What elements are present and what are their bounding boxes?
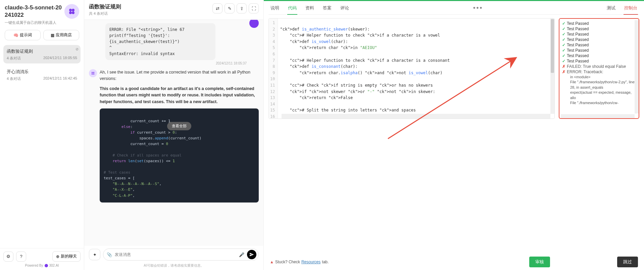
edit-button[interactable]: ✎ <box>225 3 235 13</box>
message-input-container: 📎 🎤 <box>103 249 259 261</box>
chat-subtitle: 共 4 条对话 <box>89 11 210 16</box>
mic-icon[interactable]: 🎤 <box>239 252 244 257</box>
svg-point-3 <box>72 11 75 14</box>
more-menu[interactable]: ●●● <box>473 5 483 13</box>
user-avatar-icon <box>249 20 259 28</box>
powered-by: Powered By 302.AI <box>3 264 81 267</box>
editor-hscrollbar[interactable] <box>282 114 550 119</box>
user-message: ERROR: File "<string>", line 67 print(f"… <box>89 23 259 65</box>
svg-point-7 <box>92 74 93 75</box>
svg-point-6 <box>93 72 95 73</box>
send-button[interactable] <box>247 250 256 259</box>
disclaimer: AI可能会犯错误，请考虑核实重要信息。 <box>84 262 263 270</box>
chat-title: 函数验证规则 <box>89 3 210 10</box>
plus-icon: ⊕ <box>56 254 59 259</box>
pencil-icon: ✎ <box>228 6 232 11</box>
resources-link[interactable]: Resources <box>301 260 320 264</box>
wand-icon: ✦ <box>93 252 97 257</box>
stuck-hint: ▲ Stuck? Check Resources tab. <box>270 260 329 264</box>
editor-vscrollbar[interactable] <box>550 18 554 114</box>
new-chat-button[interactable]: ⊕ 新的聊天 <box>52 251 81 262</box>
question-icon: ? <box>20 254 22 259</box>
svg-point-1 <box>72 9 75 11</box>
tab-comments[interactable]: 评论 <box>340 4 350 14</box>
app-store-button[interactable]: ▦ 应用商店 <box>43 30 79 40</box>
view-all-button[interactable]: 查看全部 <box>167 122 191 130</box>
send-icon <box>249 252 254 257</box>
brain-icon: 🧠 <box>13 33 18 38</box>
line-numbers: 12345678910111213141516 <box>269 18 278 119</box>
expand-icon: ⛶ <box>252 6 256 11</box>
svg-point-2 <box>69 11 72 14</box>
skip-button[interactable]: 跳过 <box>617 257 638 267</box>
swap-icon: ⇄ <box>216 6 219 11</box>
help-button[interactable]: ? <box>16 252 26 262</box>
share-button[interactable]: ⇪ <box>237 3 247 13</box>
share-icon: ⇪ <box>240 6 244 11</box>
sidebar: claude-3-5-sonnet-20241022 一键生成属于自己的聊天机器… <box>0 0 84 270</box>
chat-list: ⊘ 函数验证规则 4 条对话 2024/12/11 18:05:55 开心消消乐… <box>0 44 84 248</box>
tab-resources[interactable]: 资料 <box>305 4 315 14</box>
gear-icon: ⚙ <box>6 254 10 259</box>
tab-code[interactable]: 代码 <box>287 4 297 14</box>
swap-button[interactable]: ⇄ <box>212 3 222 13</box>
magic-button[interactable]: ✦ <box>89 249 100 260</box>
svg-point-8 <box>93 74 95 75</box>
tab-test[interactable]: 测试 <box>606 4 616 14</box>
close-icon[interactable]: ⊘ <box>76 47 79 51</box>
settings-button[interactable]: ⚙ <box>3 252 13 262</box>
chat-panel: 函数验证规则 共 4 条对话 ⇄ ✎ ⇪ ⛶ ERROR: File "<str… <box>84 0 264 270</box>
review-button[interactable]: 审核 <box>529 257 550 267</box>
assistant-text: This code is a good candidate for an art… <box>100 86 259 105</box>
brand-icon <box>45 264 48 267</box>
results-vscrollbar[interactable] <box>635 20 639 114</box>
bot-avatar-icon <box>64 4 79 19</box>
tab-console[interactable]: 控制台 <box>624 4 638 14</box>
ide-panel: 说明 代码 资料 答案 评论 ●●● 测试 控制台 12345678910111… <box>264 0 644 270</box>
chat-messages[interactable]: ERROR: File "<string>", line 67 print(f"… <box>84 20 263 246</box>
code-preview: 查看全部 current_count += 1 else: if current… <box>100 108 259 203</box>
svg-point-5 <box>92 72 93 73</box>
assistant-message: Ah, I see the issue. Let me provide a co… <box>89 69 259 203</box>
svg-point-0 <box>69 9 72 11</box>
warning-icon: ▲ <box>270 260 274 264</box>
bot-name: claude-3-5-sonnet-20241022 <box>5 4 64 19</box>
code-editor[interactable]: 12345678910111213141516 "ck">def is_auth… <box>268 18 555 119</box>
code-content[interactable]: "ck">def is_authentic_skewer(skewer): "c… <box>278 18 554 119</box>
test-results: ✓Test Passed✓Test Passed✓Test Passed✓Tes… <box>559 18 639 119</box>
expand-button[interactable]: ⛶ <box>249 3 259 13</box>
results-hscrollbar[interactable] <box>561 114 635 118</box>
svg-point-4 <box>45 264 48 267</box>
ide-tabs: 说明 代码 资料 答案 评论 ●●● 测试 控制台 <box>268 1 639 15</box>
message-input[interactable] <box>115 252 236 257</box>
bot-tagline: 一键生成属于自己的聊天机器人 <box>5 20 64 25</box>
chat-list-item[interactable]: ⊘ 函数验证规则 4 条对话 2024/12/11 18:05:55 <box>3 45 81 63</box>
message-time: 2024/12/11 18:05:37 <box>105 61 247 65</box>
user-bubble: ERROR: File "<string>", line 67 print(f"… <box>105 23 216 60</box>
assistant-text: Ah, I see the issue. Let me provide a co… <box>100 69 259 82</box>
tab-answer[interactable]: 答案 <box>322 4 332 14</box>
assistant-avatar-icon <box>89 69 97 77</box>
chat-list-item[interactable]: 开心消消乐 4 条对话 2024/12/11 16:42:45 <box>3 65 81 84</box>
grid-icon: ▦ <box>51 33 54 38</box>
prompt-button[interactable]: 🧠 提示词 <box>5 30 41 40</box>
tab-description[interactable]: 说明 <box>270 4 280 14</box>
attachment-icon[interactable]: 📎 <box>107 252 112 257</box>
